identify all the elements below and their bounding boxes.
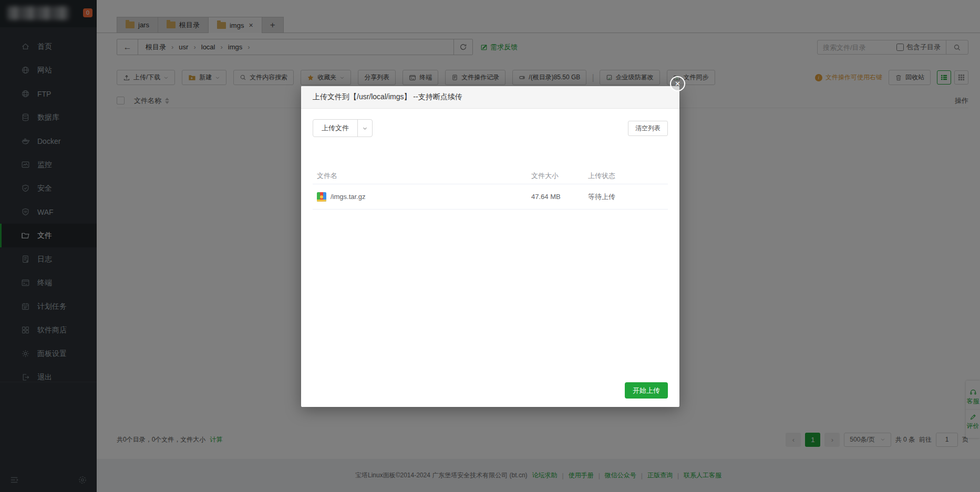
dialog-title: 上传文件到【/usr/local/imgs】 --支持断点续传 [301, 86, 679, 109]
upload-file-button[interactable]: 上传文件 [313, 119, 373, 137]
upload-file-label: 上传文件 [313, 120, 357, 137]
upload-file-status: 等待上传 [584, 192, 668, 202]
upload-file-size: 47.64 MB [527, 193, 584, 201]
col-status: 上传状态 [584, 171, 668, 181]
upload-queue-table: 文件名 文件大小 上传状态 /imgs.tar.gz 47.64 MB 等待上传 [313, 168, 668, 210]
col-filename: 文件名 [313, 171, 527, 181]
upload-dialog: × 上传文件到【/usr/local/imgs】 --支持断点续传 上传文件 清… [301, 86, 679, 407]
col-filesize: 文件大小 [527, 171, 584, 181]
upload-table-header: 文件名 文件大小 上传状态 [313, 168, 668, 184]
clear-list-button[interactable]: 清空列表 [628, 121, 668, 136]
archive-file-icon [317, 192, 326, 202]
upload-table-row[interactable]: /imgs.tar.gz 47.64 MB 等待上传 [313, 184, 668, 210]
upload-file-name: /imgs.tar.gz [331, 193, 365, 201]
close-dialog-icon[interactable]: × [670, 76, 685, 91]
dialog-body: 上传文件 清空列表 文件名 文件大小 上传状态 /imgs.tar.gz [301, 109, 679, 407]
start-upload-button[interactable]: 开始上传 [625, 382, 668, 399]
baota-file-manager: 0 首页 网站 FTP 数据库 Docker [0, 0, 980, 492]
chevron-down-icon[interactable] [357, 120, 372, 137]
